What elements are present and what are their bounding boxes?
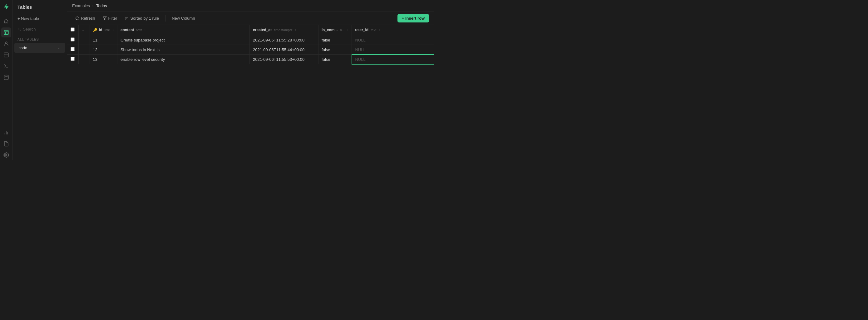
filter-button[interactable]: Filter xyxy=(100,14,121,22)
td-id-3[interactable]: 13 xyxy=(90,55,117,64)
row-checkbox-1[interactable] xyxy=(70,37,74,41)
breadcrumb-parent[interactable]: Examples xyxy=(72,3,90,8)
sort-arrow-icon: ↕ xyxy=(379,28,380,32)
td-userid-3[interactable]: NULL xyxy=(352,55,434,64)
nav-settings-icon[interactable] xyxy=(1,150,11,160)
td-userid-2[interactable]: NULL xyxy=(352,45,434,55)
nav-home-icon[interactable] xyxy=(1,16,11,26)
svg-point-11 xyxy=(5,154,7,156)
chevron-down-icon: ⌄ xyxy=(57,46,60,49)
row-checkbox-3[interactable] xyxy=(70,57,74,61)
insert-row-button[interactable]: + Insert row xyxy=(398,14,429,23)
icon-rail xyxy=(0,0,12,160)
td-id-1[interactable]: 11 xyxy=(90,35,117,45)
nav-terminal-icon[interactable] xyxy=(1,61,11,71)
td-row-num-3 xyxy=(79,55,90,64)
svg-rect-5 xyxy=(4,53,8,57)
table-item-name: todo xyxy=(19,45,27,50)
td-content-1[interactable]: Create supabase project xyxy=(117,35,249,45)
table-header-row: ⌄ 🔑 id int8 ↕ content text ↕ created_ xyxy=(67,25,434,35)
th-select-all[interactable] xyxy=(67,25,79,35)
td-userid-1[interactable]: NULL xyxy=(352,35,434,45)
search-input[interactable] xyxy=(23,27,62,32)
td-id-2[interactable]: 12 xyxy=(90,45,117,55)
nav-docs-icon[interactable] xyxy=(1,139,11,149)
td-created-2[interactable]: 2021-09-06T11:55:44+00:00 xyxy=(250,45,318,55)
toolbar: Refresh Filter Sorted by 1 rule New Colu… xyxy=(67,12,434,25)
nav-users-icon[interactable] xyxy=(1,39,11,49)
row-checkbox-2[interactable] xyxy=(70,47,74,51)
th-created-at[interactable]: created_at timestamptz ↕ xyxy=(250,25,318,35)
table-row: 13 enable row level security 2021-09-06T… xyxy=(67,55,434,64)
svg-rect-0 xyxy=(4,30,8,35)
td-created-1[interactable]: 2021-09-06T11:55:28+00:00 xyxy=(250,35,318,45)
sort-button[interactable]: Sorted by 1 rule xyxy=(121,14,162,22)
sidebar-title: Tables xyxy=(12,0,67,13)
td-row-num-1 xyxy=(79,35,90,45)
td-created-3[interactable]: 2021-09-06T11:55:53+00:00 xyxy=(250,55,318,64)
th-is-completed[interactable]: is_com... b... ↕ xyxy=(318,25,352,35)
sort-arrow-icon: ↕ xyxy=(347,28,348,32)
sort-icon xyxy=(125,16,129,20)
svg-point-7 xyxy=(4,75,8,77)
refresh-button[interactable]: Refresh xyxy=(72,14,98,22)
select-all-checkbox[interactable] xyxy=(70,28,74,32)
td-row-num-2 xyxy=(79,45,90,55)
td-checkbox-2[interactable] xyxy=(67,45,79,55)
sort-arrow-icon: ↕ xyxy=(144,28,146,32)
search-container xyxy=(12,24,67,34)
td-content-3[interactable]: enable row level security xyxy=(117,55,249,64)
th-row-expander[interactable]: ⌄ xyxy=(79,25,90,35)
new-table-button[interactable]: + New table xyxy=(12,13,67,24)
table-container: ⌄ 🔑 id int8 ↕ content text ↕ created_ xyxy=(67,25,434,160)
breadcrumb-separator: › xyxy=(92,4,94,8)
td-iscom-1[interactable]: false xyxy=(318,35,352,45)
filter-icon xyxy=(103,16,107,20)
svg-point-4 xyxy=(5,42,7,44)
sidebar: Tables + New table All tables todo ⌄ xyxy=(12,0,67,160)
sidebar-item-todo[interactable]: todo ⌄ xyxy=(14,43,65,53)
data-table: ⌄ 🔑 id int8 ↕ content text ↕ created_ xyxy=(67,25,434,64)
svg-line-13 xyxy=(20,30,21,31)
breadcrumb-current: Todos xyxy=(96,3,107,8)
logo xyxy=(2,2,11,11)
sort-arrow-icon: ↕ xyxy=(295,28,296,32)
sort-arrow-icon: ↕ xyxy=(113,28,114,32)
nav-chart-icon[interactable] xyxy=(1,128,11,138)
toolbar-divider xyxy=(165,15,165,22)
nav-table-icon[interactable] xyxy=(1,28,11,37)
nav-storage-icon[interactable] xyxy=(1,50,11,60)
td-checkbox-1[interactable] xyxy=(67,35,79,45)
chevron-down-icon: ⌄ xyxy=(82,28,85,32)
new-column-button[interactable]: New Column xyxy=(168,14,198,22)
td-iscom-2[interactable]: false xyxy=(318,45,352,55)
search-icon xyxy=(18,27,21,31)
main-content: Examples › Todos Refresh Filter Sorted b… xyxy=(67,0,434,160)
table-row: 12 Show todos in Next.js 2021-09-06T11:5… xyxy=(67,45,434,55)
svg-point-12 xyxy=(18,28,20,30)
td-content-2[interactable]: Show todos in Next.js xyxy=(117,45,249,55)
td-checkbox-3[interactable] xyxy=(67,55,79,64)
td-iscom-3[interactable]: false xyxy=(318,55,352,64)
th-user-id[interactable]: user_id text ↕ xyxy=(352,25,434,35)
svg-marker-14 xyxy=(103,17,106,20)
th-id[interactable]: 🔑 id int8 ↕ xyxy=(90,25,117,35)
nav-database-icon[interactable] xyxy=(1,72,11,82)
refresh-icon xyxy=(75,16,79,20)
table-row: 11 Create supabase project 2021-09-06T11… xyxy=(67,35,434,45)
key-icon: 🔑 xyxy=(93,28,97,32)
th-content[interactable]: content text ↕ xyxy=(117,25,249,35)
all-tables-label: All tables xyxy=(12,34,67,43)
breadcrumb: Examples › Todos xyxy=(67,0,434,12)
